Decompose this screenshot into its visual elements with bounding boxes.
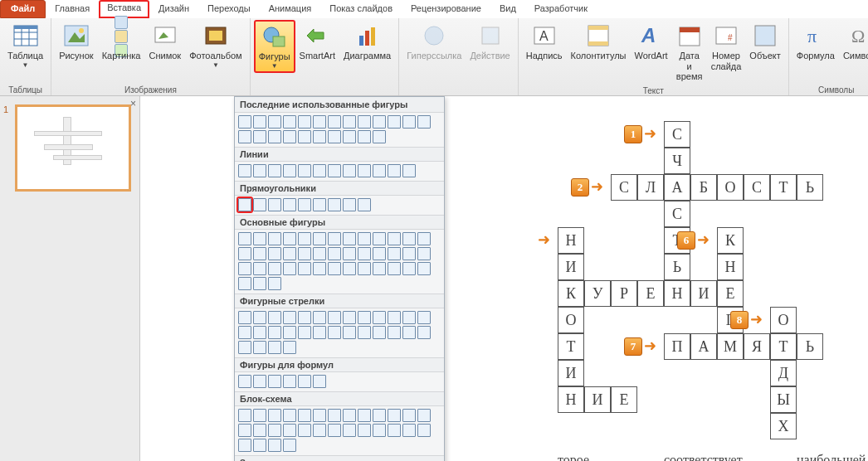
smartart-button[interactable]: SmartArt: [295, 20, 339, 64]
shape-item[interactable]: [283, 130, 296, 143]
screenshot-button[interactable]: Снимок: [144, 20, 185, 64]
shape-item[interactable]: [298, 115, 311, 129]
slide-thumbnail[interactable]: 1: [0, 101, 139, 195]
shape-item[interactable]: [268, 439, 281, 452]
shape-item[interactable]: [373, 424, 386, 437]
shape-item[interactable]: [253, 164, 266, 177]
shape-item[interactable]: [313, 130, 326, 143]
wordart-button[interactable]: AWordArt: [631, 20, 672, 64]
shape-item[interactable]: [268, 198, 281, 211]
shape-item[interactable]: [358, 262, 371, 275]
shape-item[interactable]: [417, 115, 431, 129]
shape-item[interactable]: [328, 326, 341, 339]
close-icon[interactable]: ×: [130, 98, 136, 109]
shape-item[interactable]: [238, 326, 251, 339]
shape-item[interactable]: [328, 409, 341, 422]
shape-item[interactable]: [238, 277, 251, 290]
shape-item[interactable]: [238, 247, 251, 260]
shape-item[interactable]: [283, 424, 296, 437]
tab-slideshow[interactable]: Показ слайдов: [320, 0, 402, 18]
headerfooter-button[interactable]: Колонтитулы: [567, 20, 631, 64]
shape-item[interactable]: [358, 311, 371, 324]
shape-item[interactable]: [283, 439, 296, 452]
equation-button[interactable]: πФормула: [792, 20, 839, 64]
shape-item[interactable]: [358, 232, 371, 245]
clipart-button[interactable]: Картинка: [98, 20, 145, 64]
shape-item[interactable]: [268, 341, 281, 354]
shape-item[interactable]: [388, 247, 401, 260]
shape-item[interactable]: [238, 311, 251, 324]
shape-item[interactable]: [373, 311, 386, 324]
shape-item[interactable]: [343, 247, 356, 260]
shape-item[interactable]: [402, 232, 416, 245]
shape-item[interactable]: [268, 115, 281, 129]
shape-item[interactable]: [343, 115, 356, 129]
shape-item[interactable]: [373, 247, 386, 260]
shape-item[interactable]: [283, 341, 296, 354]
symbol-button[interactable]: ΩСимвол: [839, 20, 868, 64]
shape-item[interactable]: [268, 247, 281, 260]
shape-item[interactable]: [343, 311, 356, 324]
shape-item[interactable]: [343, 130, 356, 143]
shape-item[interactable]: [328, 164, 341, 177]
shape-item[interactable]: [313, 232, 326, 245]
shape-item[interactable]: [283, 262, 296, 275]
slidenum-button[interactable]: #Номер слайда: [707, 20, 746, 74]
shape-item[interactable]: [328, 311, 341, 324]
shape-item[interactable]: [358, 424, 371, 437]
shape-item[interactable]: [328, 198, 341, 211]
shape-item[interactable]: [343, 262, 356, 275]
shape-item[interactable]: [283, 311, 296, 324]
shape-item[interactable]: [283, 326, 296, 339]
action-button[interactable]: Действие: [466, 20, 514, 64]
shape-item[interactable]: [253, 311, 266, 324]
shape-item[interactable]: [268, 326, 281, 339]
shape-item[interactable]: [417, 232, 431, 245]
shape-item[interactable]: [253, 409, 266, 422]
shape-item[interactable]: [373, 130, 386, 143]
shape-item[interactable]: [343, 232, 356, 245]
shape-item[interactable]: [238, 439, 251, 452]
shape-item[interactable]: [417, 409, 431, 422]
shape-item[interactable]: [402, 164, 416, 177]
tab-file[interactable]: Файл: [0, 0, 46, 18]
tab-animation[interactable]: Анимация: [260, 0, 321, 18]
shape-item[interactable]: [283, 164, 296, 177]
shape-item[interactable]: [253, 198, 266, 211]
shape-item[interactable]: [388, 115, 401, 129]
shape-item[interactable]: [268, 232, 281, 245]
shape-item[interactable]: [238, 375, 251, 388]
shape-item[interactable]: [298, 130, 311, 143]
shape-item[interactable]: [328, 424, 341, 437]
shape-item[interactable]: [253, 424, 266, 437]
shape-item[interactable]: [253, 326, 266, 339]
shape-item[interactable]: [417, 247, 431, 260]
shape-item[interactable]: [388, 262, 401, 275]
shape-item[interactable]: [298, 326, 311, 339]
shape-item[interactable]: [388, 311, 401, 324]
shape-item[interactable]: [268, 262, 281, 275]
shape-item[interactable]: [268, 409, 281, 422]
shape-item[interactable]: [238, 198, 251, 211]
shape-item[interactable]: [268, 424, 281, 437]
picture-button[interactable]: Рисунок: [55, 20, 98, 64]
tab-design[interactable]: Дизайн: [149, 0, 198, 18]
shape-item[interactable]: [238, 115, 251, 129]
shape-item[interactable]: [253, 341, 266, 354]
shape-item[interactable]: [328, 130, 341, 143]
shape-item[interactable]: [253, 232, 266, 245]
shape-item[interactable]: [358, 130, 371, 143]
album-button[interactable]: Фотоальбом ▼: [185, 20, 246, 71]
shape-item[interactable]: [373, 164, 386, 177]
shape-item[interactable]: [253, 375, 266, 388]
shape-item[interactable]: [238, 232, 251, 245]
shape-item[interactable]: [313, 375, 326, 388]
shape-item[interactable]: [343, 198, 356, 211]
shape-item[interactable]: [388, 424, 401, 437]
shape-item[interactable]: [417, 311, 431, 324]
shape-item[interactable]: [253, 130, 266, 143]
shape-item[interactable]: [238, 164, 251, 177]
shape-item[interactable]: [358, 409, 371, 422]
shape-item[interactable]: [388, 409, 401, 422]
shape-item[interactable]: [402, 247, 416, 260]
